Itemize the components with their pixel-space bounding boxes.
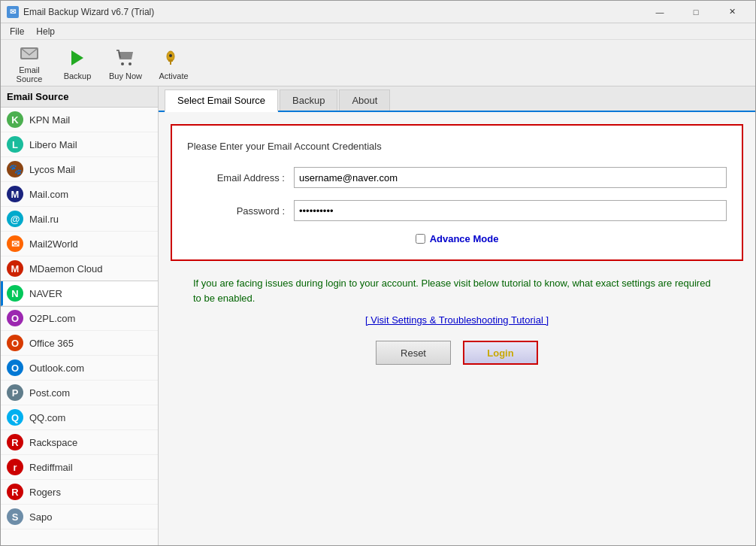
tab-content: Please Enter your Email Account Credenti… [159, 112, 755, 546]
advance-mode-row: Advance Mode [187, 233, 727, 244]
app-icon: ✉ [7, 6, 19, 18]
password-input[interactable] [294, 200, 727, 221]
title-bar: ✉ Email Backup Wizard v6.7 (Trial) — □ ✕ [1, 1, 755, 23]
tab-about[interactable]: About [339, 89, 390, 111]
sidebar-item-mail-ru[interactable]: @ Mail.ru [1, 207, 158, 232]
sidebar-item-post-com[interactable]: P Post.com [1, 381, 158, 405]
sidebar-item-mail-com[interactable]: M Mail.com [1, 182, 158, 207]
mail-ru-icon: @ [7, 211, 23, 227]
advance-mode-checkbox[interactable] [416, 234, 425, 244]
svg-rect-7 [170, 61, 171, 65]
post-com-icon: P [7, 384, 23, 401]
svg-point-4 [129, 62, 132, 65]
menu-help[interactable]: Help [30, 25, 61, 38]
sidebar-item-qq-com[interactable]: Q QQ.com [1, 405, 158, 430]
sidebar: Email Source K KPN Mail L Libero Mail 🐾 … [1, 86, 159, 546]
backup-icon [65, 46, 89, 70]
sidebar-item-naver[interactable]: N NAVER [1, 281, 158, 306]
email-source-icon [17, 43, 41, 64]
credentials-title: Please Enter your Email Account Credenti… [187, 141, 727, 152]
lycos-mail-icon: 🐾 [7, 161, 23, 177]
email-row: Email Address : [187, 167, 727, 188]
o2pl-icon: O [7, 310, 23, 326]
main-area: Email Source K KPN Mail L Libero Mail 🐾 … [1, 86, 755, 546]
svg-point-8 [169, 54, 172, 57]
email-input[interactable] [294, 167, 727, 188]
sidebar-item-kpn-mail[interactable]: K KPN Mail [1, 108, 158, 132]
sidebar-item-o2pl-com[interactable]: O O2PL.com [1, 306, 158, 331]
svg-point-3 [121, 62, 124, 65]
sidebar-item-rediffmail[interactable]: r Rediffmail [1, 455, 158, 480]
sidebar-item-rackspace[interactable]: R Rackspace [1, 430, 158, 455]
mail-com-icon: M [7, 186, 23, 202]
window-title: Email Backup Wizard v6.7 (Trial) [23, 7, 643, 17]
office-365-icon: O [7, 335, 23, 351]
toolbar-activate[interactable]: Activate [151, 44, 196, 83]
close-button[interactable]: ✕ [715, 1, 749, 23]
sidebar-item-mdaemon-cloud[interactable]: M MDaemon Cloud [1, 256, 158, 281]
sidebar-header: Email Source [1, 86, 158, 108]
tab-bar: Select Email Source Backup About [159, 86, 755, 112]
password-row: Password : [187, 200, 727, 221]
sapo-icon: S [7, 508, 23, 525]
sidebar-item-sapo[interactable]: S Sapo [1, 505, 158, 529]
tab-backup[interactable]: Backup [280, 89, 337, 111]
kpn-mail-icon: K [7, 111, 23, 128]
menu-bar: File Help [1, 23, 755, 40]
sidebar-item-outlook-com[interactable]: O Outlook.com [1, 356, 158, 381]
info-message: If you are facing issues during login to… [171, 276, 743, 305]
advance-mode-label: Advance Mode [430, 233, 499, 244]
login-button[interactable]: Login [463, 341, 538, 365]
credentials-box: Please Enter your Email Account Credenti… [171, 124, 743, 261]
sidebar-item-lycos-mail[interactable]: 🐾 Lycos Mail [1, 157, 158, 182]
mail2world-icon: ✉ [7, 235, 23, 252]
libero-mail-icon: L [7, 136, 23, 153]
window-controls: — □ ✕ [643, 1, 749, 23]
toolbar: Email Source Backup Buy Now [1, 40, 755, 86]
outlook-icon: O [7, 359, 23, 376]
maximize-button[interactable]: □ [679, 1, 713, 23]
minimize-button[interactable]: — [643, 1, 677, 23]
svg-marker-2 [71, 50, 83, 65]
activate-icon [162, 46, 186, 70]
toolbar-backup[interactable]: Backup [55, 44, 100, 83]
tutorial-link[interactable]: [ Visit Settings & Troubleshooting Tutor… [171, 314, 743, 326]
content-panel: Select Email Source Backup About Please … [159, 86, 755, 546]
rediffmail-icon: r [7, 459, 23, 475]
naver-icon: N [7, 285, 23, 302]
toolbar-email-source[interactable]: Email Source [7, 44, 52, 83]
sidebar-item-rogers[interactable]: R Rogers [1, 480, 158, 505]
sidebar-item-libero-mail[interactable]: L Libero Mail [1, 132, 158, 157]
sidebar-list: K KPN Mail L Libero Mail 🐾 Lycos Mail M … [1, 108, 158, 546]
tab-select-email-source[interactable]: Select Email Source [165, 89, 278, 112]
buy-now-icon [113, 46, 138, 70]
reset-button[interactable]: Reset [376, 341, 451, 365]
mdaemon-cloud-icon: M [7, 260, 23, 277]
menu-file[interactable]: File [4, 25, 30, 38]
email-label: Email Address : [187, 172, 285, 184]
sidebar-item-office-365[interactable]: O Office 365 [1, 331, 158, 356]
password-label: Password : [187, 205, 285, 217]
button-row: Reset Login [171, 341, 743, 365]
rogers-icon: R [7, 484, 23, 500]
qq-icon: Q [7, 409, 23, 426]
rackspace-icon: R [7, 434, 23, 450]
sidebar-item-mail2world[interactable]: ✉ Mail2World [1, 232, 158, 256]
toolbar-buy-now[interactable]: Buy Now [103, 44, 148, 83]
